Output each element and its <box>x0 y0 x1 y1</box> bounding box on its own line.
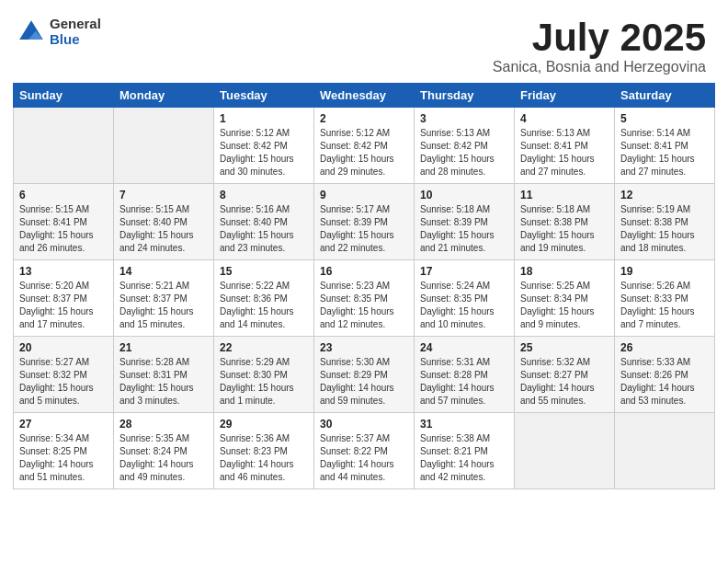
cell-content: Sunrise: 5:18 AM Sunset: 8:38 PM Dayligh… <box>520 203 609 255</box>
cell-content: Sunrise: 5:31 AM Sunset: 8:28 PM Dayligh… <box>420 356 508 408</box>
cell-content: Sunrise: 5:27 AM Sunset: 8:32 PM Dayligh… <box>19 356 108 408</box>
cell-content: Sunrise: 5:33 AM Sunset: 8:26 PM Dayligh… <box>620 356 709 408</box>
calendar-cell: 7Sunrise: 5:15 AM Sunset: 8:40 PM Daylig… <box>114 184 214 260</box>
cell-content: Sunrise: 5:15 AM Sunset: 8:40 PM Dayligh… <box>119 203 208 255</box>
cell-content: Sunrise: 5:12 AM Sunset: 8:42 PM Dayligh… <box>320 127 408 178</box>
calendar-cell: 1Sunrise: 5:12 AM Sunset: 8:42 PM Daylig… <box>214 108 314 184</box>
cell-content: Sunrise: 5:20 AM Sunset: 8:37 PM Dayligh… <box>19 280 108 331</box>
day-number: 31 <box>420 418 508 431</box>
day-number: 6 <box>19 189 108 201</box>
calendar-cell: 2Sunrise: 5:12 AM Sunset: 8:42 PM Daylig… <box>314 108 415 184</box>
calendar-cell: 6Sunrise: 5:15 AM Sunset: 8:41 PM Daylig… <box>14 184 114 260</box>
day-number: 12 <box>620 189 709 201</box>
cell-content: Sunrise: 5:13 AM Sunset: 8:42 PM Dayligh… <box>420 127 508 178</box>
calendar-cell: 16Sunrise: 5:23 AM Sunset: 8:35 PM Dayli… <box>314 260 415 337</box>
day-number: 18 <box>520 265 609 278</box>
day-header-tuesday: Tuesday <box>214 84 314 108</box>
cell-content: Sunrise: 5:15 AM Sunset: 8:41 PM Dayligh… <box>19 203 108 255</box>
calendar-cell <box>615 413 715 489</box>
cell-content: Sunrise: 5:36 AM Sunset: 8:23 PM Dayligh… <box>220 432 308 484</box>
calendar: SundayMondayTuesdayWednesdayThursdayFrid… <box>13 83 715 489</box>
day-number: 1 <box>220 112 308 125</box>
cell-content: Sunrise: 5:12 AM Sunset: 8:42 PM Dayligh… <box>220 127 308 178</box>
cell-content: Sunrise: 5:13 AM Sunset: 8:41 PM Dayligh… <box>520 127 609 178</box>
calendar-cell: 18Sunrise: 5:25 AM Sunset: 8:34 PM Dayli… <box>515 260 615 337</box>
calendar-week-3: 20Sunrise: 5:27 AM Sunset: 8:32 PM Dayli… <box>14 337 715 413</box>
calendar-cell: 9Sunrise: 5:17 AM Sunset: 8:39 PM Daylig… <box>314 184 415 260</box>
day-number: 20 <box>19 341 108 354</box>
calendar-cell: 23Sunrise: 5:30 AM Sunset: 8:29 PM Dayli… <box>314 337 415 413</box>
cell-content: Sunrise: 5:17 AM Sunset: 8:39 PM Dayligh… <box>320 203 408 255</box>
calendar-week-0: 1Sunrise: 5:12 AM Sunset: 8:42 PM Daylig… <box>14 108 715 184</box>
day-number: 22 <box>220 341 308 354</box>
subtitle: Sanica, Bosnia and Herzegovina <box>493 59 706 75</box>
cell-content: Sunrise: 5:22 AM Sunset: 8:36 PM Dayligh… <box>220 280 308 331</box>
calendar-cell: 4Sunrise: 5:13 AM Sunset: 8:41 PM Daylig… <box>515 108 615 184</box>
calendar-cell: 13Sunrise: 5:20 AM Sunset: 8:37 PM Dayli… <box>14 260 114 337</box>
day-number: 2 <box>320 112 408 125</box>
cell-content: Sunrise: 5:19 AM Sunset: 8:38 PM Dayligh… <box>620 203 709 255</box>
day-number: 5 <box>620 112 709 125</box>
calendar-cell: 22Sunrise: 5:29 AM Sunset: 8:30 PM Dayli… <box>214 337 314 413</box>
logo-text: General Blue <box>50 17 101 47</box>
calendar-cell: 27Sunrise: 5:34 AM Sunset: 8:25 PM Dayli… <box>14 413 114 489</box>
day-number: 11 <box>520 189 609 201</box>
cell-content: Sunrise: 5:38 AM Sunset: 8:21 PM Dayligh… <box>420 432 508 484</box>
day-number: 14 <box>119 265 208 278</box>
day-number: 19 <box>620 265 709 278</box>
calendar-week-1: 6Sunrise: 5:15 AM Sunset: 8:41 PM Daylig… <box>14 184 715 260</box>
day-number: 30 <box>320 418 408 431</box>
calendar-cell: 26Sunrise: 5:33 AM Sunset: 8:26 PM Dayli… <box>615 337 715 413</box>
day-number: 8 <box>220 189 308 201</box>
cell-content: Sunrise: 5:25 AM Sunset: 8:34 PM Dayligh… <box>520 280 609 331</box>
calendar-cell: 15Sunrise: 5:22 AM Sunset: 8:36 PM Dayli… <box>214 260 314 337</box>
cell-content: Sunrise: 5:28 AM Sunset: 8:31 PM Dayligh… <box>119 356 208 408</box>
calendar-cell: 24Sunrise: 5:31 AM Sunset: 8:28 PM Dayli… <box>415 337 515 413</box>
day-number: 9 <box>320 189 408 201</box>
header: General Blue July 2025 Sanica, Bosnia an… <box>0 0 728 83</box>
cell-content: Sunrise: 5:16 AM Sunset: 8:40 PM Dayligh… <box>220 203 308 255</box>
cell-content: Sunrise: 5:35 AM Sunset: 8:24 PM Dayligh… <box>119 432 208 484</box>
calendar-cell: 29Sunrise: 5:36 AM Sunset: 8:23 PM Dayli… <box>214 413 314 489</box>
calendar-cell: 11Sunrise: 5:18 AM Sunset: 8:38 PM Dayli… <box>515 184 615 260</box>
cell-content: Sunrise: 5:26 AM Sunset: 8:33 PM Dayligh… <box>620 280 709 331</box>
cell-content: Sunrise: 5:18 AM Sunset: 8:39 PM Dayligh… <box>420 203 508 255</box>
day-header-wednesday: Wednesday <box>314 84 415 108</box>
logo: General Blue <box>17 17 101 47</box>
calendar-cell: 25Sunrise: 5:32 AM Sunset: 8:27 PM Dayli… <box>515 337 615 413</box>
calendar-cell: 31Sunrise: 5:38 AM Sunset: 8:21 PM Dayli… <box>415 413 515 489</box>
day-header-sunday: Sunday <box>14 84 114 108</box>
calendar-cell: 21Sunrise: 5:28 AM Sunset: 8:31 PM Dayli… <box>114 337 214 413</box>
day-number: 26 <box>620 341 709 354</box>
day-number: 13 <box>19 265 108 278</box>
day-number: 28 <box>119 418 208 431</box>
cell-content: Sunrise: 5:34 AM Sunset: 8:25 PM Dayligh… <box>19 432 108 484</box>
day-number: 17 <box>420 265 508 278</box>
cell-content: Sunrise: 5:32 AM Sunset: 8:27 PM Dayligh… <box>520 356 609 408</box>
day-number: 21 <box>119 341 208 354</box>
logo-general: General <box>50 17 101 32</box>
calendar-cell <box>114 108 214 184</box>
day-number: 3 <box>420 112 508 125</box>
calendar-week-4: 27Sunrise: 5:34 AM Sunset: 8:25 PM Dayli… <box>14 413 715 489</box>
logo-icon <box>17 17 46 47</box>
day-number: 15 <box>220 265 308 278</box>
title-block: July 2025 Sanica, Bosnia and Herzegovina <box>493 17 706 75</box>
calendar-cell: 5Sunrise: 5:14 AM Sunset: 8:41 PM Daylig… <box>615 108 715 184</box>
calendar-cell <box>14 108 114 184</box>
cell-content: Sunrise: 5:29 AM Sunset: 8:30 PM Dayligh… <box>220 356 308 408</box>
page: General Blue July 2025 Sanica, Bosnia an… <box>0 0 728 563</box>
calendar-cell: 17Sunrise: 5:24 AM Sunset: 8:35 PM Dayli… <box>415 260 515 337</box>
cell-content: Sunrise: 5:14 AM Sunset: 8:41 PM Dayligh… <box>620 127 709 178</box>
calendar-cell <box>515 413 615 489</box>
day-number: 7 <box>119 189 208 201</box>
calendar-cell: 30Sunrise: 5:37 AM Sunset: 8:22 PM Dayli… <box>314 413 415 489</box>
day-number: 29 <box>220 418 308 431</box>
day-number: 4 <box>520 112 609 125</box>
calendar-week-2: 13Sunrise: 5:20 AM Sunset: 8:37 PM Dayli… <box>14 260 715 337</box>
calendar-header-row: SundayMondayTuesdayWednesdayThursdayFrid… <box>14 84 715 108</box>
logo-blue: Blue <box>50 32 101 48</box>
cell-content: Sunrise: 5:24 AM Sunset: 8:35 PM Dayligh… <box>420 280 508 331</box>
calendar-cell: 8Sunrise: 5:16 AM Sunset: 8:40 PM Daylig… <box>214 184 314 260</box>
day-header-monday: Monday <box>114 84 214 108</box>
